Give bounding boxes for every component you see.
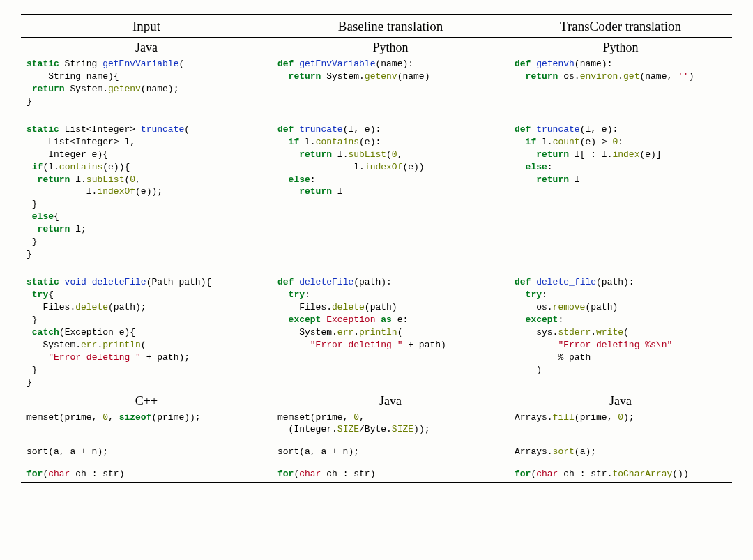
code-input-2-2: sort(a, a + n); — [25, 446, 268, 458]
rule-bottom — [21, 482, 732, 483]
header-trans: TransCoder translation — [509, 15, 732, 37]
code-input-1-2: static List<Integer> truncate( List<Inte… — [25, 123, 268, 261]
example-2-1: memset(prime, 0, sizeof(prime)); memset(… — [21, 410, 732, 438]
lang-java2: Java — [272, 391, 509, 410]
code-trans-1-1: def getenvh(name): return os.environ.get… — [513, 58, 728, 83]
code-trans-1-3: def delete_file(path): try: os.remove(pa… — [513, 276, 728, 377]
header-baseline: Baseline translation — [272, 15, 509, 37]
lang-java: Java — [21, 38, 272, 56]
example-1-3: static void deleteFile(Path path){ try{ … — [21, 275, 732, 390]
code-baseline-1-1: def getEnvVariable(name): return System.… — [276, 58, 505, 83]
code-baseline-2-1: memset(prime, 0, (Integer.SIZE/Byte.SIZE… — [276, 411, 505, 437]
example-2-3: for(char ch : str) for(char ch : str) fo… — [21, 467, 732, 482]
code-trans-2-1: Arrays.fill(prime, 0); — [513, 411, 728, 424]
code-input-2-1: memset(prime, 0, sizeof(prime)); — [25, 411, 268, 424]
header-row: Input Baseline translation TransCoder tr… — [21, 15, 732, 37]
spacer — [21, 109, 732, 122]
code-baseline-2-3: for(char ch : str) — [276, 468, 505, 480]
code-input-1-3: static void deleteFile(Path path){ try{ … — [25, 276, 268, 388]
lang-row-1: Java Python Python — [21, 38, 732, 56]
code-input-1-1: static String getEnvVariable( String nam… — [25, 58, 268, 108]
code-baseline-2-2: sort(a, a + n); — [276, 446, 505, 458]
code-baseline-1-2: def truncate(l, e): if l.contains(e): re… — [276, 123, 505, 199]
example-1-2: static List<Integer> truncate( List<Inte… — [21, 122, 732, 262]
lang-java3: Java — [509, 391, 732, 410]
code-trans-2-3: for(char ch : str.toCharArray()) — [513, 468, 728, 480]
code-trans-2-2: Arrays.sort(a); — [513, 446, 728, 458]
example-1-1: static String getEnvVariable( String nam… — [21, 56, 732, 109]
spacer — [21, 437, 732, 444]
spacer — [21, 460, 732, 467]
lang-row-2: C++ Java Java — [21, 391, 732, 410]
lang-python1: Python — [272, 38, 509, 56]
code-baseline-1-3: def deleteFile(path): try: Files.delete(… — [276, 276, 505, 351]
code-trans-1-2: def truncate(l, e): if l.count(e) > 0: r… — [513, 123, 728, 186]
lang-cpp: C++ — [21, 391, 272, 410]
spacer — [21, 262, 732, 275]
comparison-table: Input Baseline translation TransCoder tr… — [21, 14, 732, 483]
header-input: Input — [21, 15, 272, 37]
code-input-2-3: for(char ch : str) — [25, 468, 268, 480]
lang-python2: Python — [509, 38, 732, 56]
example-2-2: sort(a, a + n); sort(a, a + n); Arrays.s… — [21, 444, 732, 460]
